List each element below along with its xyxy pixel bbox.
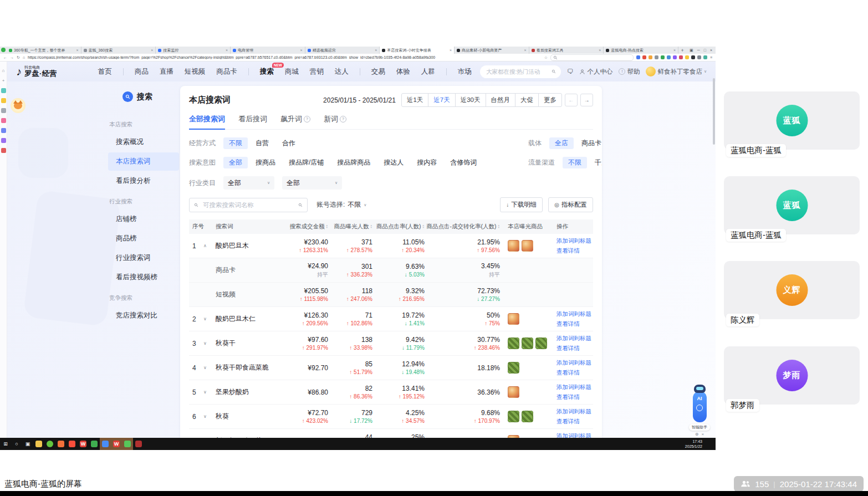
url-text[interactable]: https://compass.jinritemai.com/shop/sear…	[28, 55, 542, 59]
add-word-to-title-link[interactable]: 添加词到标题	[556, 236, 591, 246]
add-word-to-title-link[interactable]: 添加词到标题	[556, 431, 591, 438]
browser-tab[interactable]: 电商管理×	[231, 47, 305, 54]
browser-tab[interactable]: 商品素材-小新电商资产×	[455, 47, 529, 54]
filter-chip-不限[interactable]: 不限	[563, 157, 587, 168]
participant-card[interactable]: 蓝狐蓝狐电商-蓝狐	[724, 176, 860, 234]
browser-360-icon[interactable]	[44, 438, 55, 450]
tab-close-icon[interactable]: ×	[599, 48, 601, 52]
column-header-商品点击-成交转化率(人数)[interactable]: 商品点击-成交转化率(人数)▲▼	[425, 223, 500, 231]
tab-close-icon[interactable]: ×	[375, 48, 377, 52]
nav-item-达人[interactable]: 达人	[335, 67, 349, 76]
sidebar-item-搜索概况[interactable]: 搜索概况	[108, 133, 179, 151]
nav-item-商品卡[interactable]: 商品卡	[216, 67, 237, 76]
filter-chip-千川[interactable]: 千川	[589, 157, 602, 168]
tab-close-icon[interactable]: ×	[524, 48, 527, 52]
browser-tab[interactable]: 360导航_一个主页，整个世界×	[7, 47, 81, 54]
view-details-link[interactable]: 查看详情	[556, 246, 580, 255]
app-teal-icon[interactable]	[1, 88, 6, 93]
app-orange-icon[interactable]	[55, 438, 67, 450]
filter-chip-含修饰词[interactable]: 含修饰词	[445, 157, 482, 168]
date-preset-更多[interactable]: 更多	[538, 93, 562, 107]
okra-product-thumbnail[interactable]	[508, 411, 519, 422]
home-icon[interactable]: ⌂	[1, 68, 6, 73]
help-link[interactable]: ! 帮助	[619, 68, 640, 76]
sheets-icon[interactable]	[89, 438, 100, 450]
extension-icon[interactable]	[636, 55, 640, 59]
sidebar-item-行业搜索词[interactable]: 行业搜索词	[108, 249, 179, 267]
extension-icon[interactable]	[642, 55, 646, 59]
sidebar-item-竞店搜索对比[interactable]: 竞店搜索对比	[108, 306, 179, 325]
tab-飙升词[interactable]: 飙升词?	[280, 114, 310, 129]
extension-icon[interactable]	[697, 55, 701, 59]
okra-product-thumbnail[interactable]	[535, 338, 547, 349]
app-pink-icon[interactable]	[1, 118, 6, 123]
browser-tab[interactable]: 蓝狐电商-热点搜索×	[604, 47, 678, 54]
participant-card[interactable]: 义辉陈义辉	[724, 261, 860, 319]
wps-writer-icon[interactable]: W	[111, 438, 122, 450]
extension-icon[interactable]	[661, 55, 665, 59]
extension-icon[interactable]	[667, 55, 671, 59]
nav-item-搜索[interactable]: 搜索NEW	[260, 67, 274, 76]
app-red-icon[interactable]	[1, 148, 6, 153]
expand-caret-icon[interactable]: ∨	[203, 316, 216, 321]
browser-tab[interactable]: 搜索监控×	[156, 47, 231, 54]
nuts-product-thumbnail[interactable]	[508, 240, 519, 252]
page-scrollbar[interactable]	[713, 78, 715, 145]
nuts-product-thumbnail[interactable]	[508, 386, 519, 398]
extension-icon[interactable]	[703, 55, 707, 59]
sidebar-item-看后搜视频榜[interactable]: 看后搜视频榜	[108, 268, 179, 287]
extension-icon[interactable]	[655, 55, 658, 59]
metric-config-button[interactable]: ◎ 指标配置	[548, 197, 593, 212]
tab-close-icon[interactable]: ×	[76, 48, 79, 52]
participant-card[interactable]: 梦雨郭梦雨	[724, 346, 860, 405]
category-select[interactable]: 全部∨	[282, 176, 342, 190]
nav-item-直播[interactable]: 直播	[160, 67, 173, 76]
edge-icon[interactable]	[100, 438, 111, 450]
sidebar-item-商品榜[interactable]: 商品榜	[108, 229, 179, 248]
tab-新词[interactable]: 新词?	[324, 114, 346, 129]
nav-item-商品[interactable]: 商品	[135, 67, 149, 76]
browser-search-box[interactable]	[550, 54, 634, 61]
date-preset-近1天[interactable]: 近1天	[401, 93, 428, 107]
file-explorer-icon[interactable]	[33, 438, 44, 450]
next-period-button[interactable]: →	[580, 94, 593, 106]
participant-card[interactable]: 蓝狐蓝狐电商-蓝狐	[724, 91, 860, 150]
column-header-商品曝光人数[interactable]: 商品曝光人数▲▼	[328, 223, 372, 231]
home-icon[interactable]: ⌂	[23, 55, 25, 59]
task-view-icon[interactable]: ▣	[22, 438, 33, 450]
ai-expand-icon[interactable]: ⊕	[695, 432, 699, 437]
download-details-button[interactable]: ↓ 下载明细	[500, 197, 543, 212]
tab-close-icon[interactable]: ×	[151, 48, 153, 52]
wps-icon[interactable]: W	[78, 438, 89, 450]
new-tab-button[interactable]: +	[678, 47, 686, 54]
huoshan-icon[interactable]	[67, 438, 78, 450]
add-word-to-title-link[interactable]: 添加词到标题	[556, 407, 591, 416]
ai-assistant-widget[interactable]: AI 智能助手 ⊕ ×	[688, 385, 711, 437]
nav-item-交易[interactable]: 交易	[371, 67, 385, 76]
app-yellow-icon[interactable]	[1, 98, 6, 103]
filter-chip-全部[interactable]: 全部	[223, 157, 248, 168]
nav-item-体验[interactable]: 体验	[396, 67, 410, 76]
keyword-search-input[interactable]	[202, 201, 295, 209]
nav-item-市场[interactable]: 市场	[458, 67, 472, 76]
app-blue-icon[interactable]	[1, 128, 6, 133]
forward-icon[interactable]: →	[10, 55, 14, 59]
tab-close-icon[interactable]: ×	[226, 48, 228, 52]
nav-item-人群[interactable]: 人群	[421, 67, 435, 76]
nuts-product-thumbnail[interactable]	[508, 313, 519, 325]
category-select[interactable]: 全部∨	[223, 176, 274, 190]
message-icon[interactable]: 🗨	[567, 68, 574, 75]
add-word-to-title-link[interactable]: 添加词到标题	[556, 309, 591, 319]
workspace-icon[interactable]: ▣	[690, 48, 693, 53]
account-select[interactable]: 账号选择: 不限 ∨	[316, 200, 366, 209]
view-details-link[interactable]: 查看详情	[556, 344, 580, 353]
filter-chip-合作[interactable]: 合作	[277, 137, 301, 149]
filter-chip-搜品牌商品[interactable]: 搜品牌商品	[331, 157, 376, 168]
nav-item-首页[interactable]: 首页	[98, 67, 112, 76]
browser-tab[interactable]: 蓝狐_360搜索×	[81, 47, 156, 54]
sidebar-item-店铺榜[interactable]: 店铺榜	[108, 210, 179, 228]
wechat-icon[interactable]	[122, 438, 133, 450]
filter-chip-搜内容[interactable]: 搜内容	[411, 157, 442, 168]
tab-close-icon[interactable]: ×	[450, 48, 452, 52]
tab-全部搜索词[interactable]: 全部搜索词	[189, 114, 225, 129]
